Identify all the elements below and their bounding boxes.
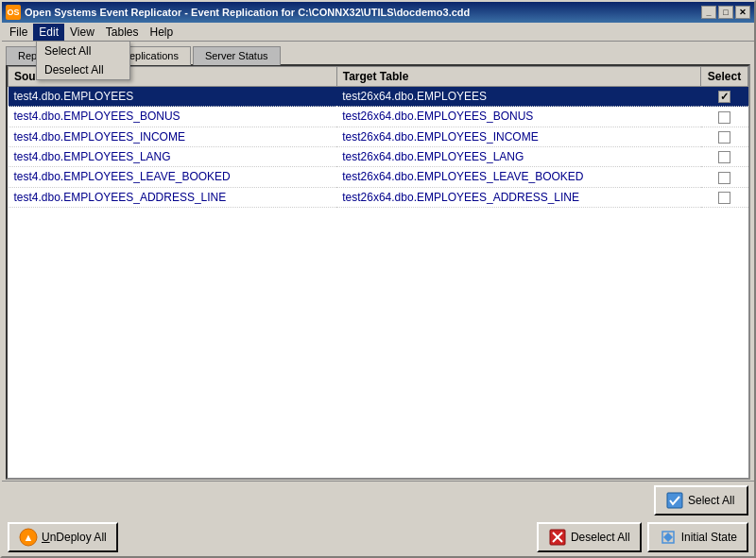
initial-state-button[interactable]: Initial State bbox=[647, 522, 748, 552]
table-row[interactable]: test4.dbo.EMPLOYEES_LANGtest26x64.dbo.EM… bbox=[9, 146, 748, 166]
initial-state-icon bbox=[659, 528, 678, 547]
select-all-button[interactable]: Select All bbox=[654, 485, 748, 516]
menu-tables[interactable]: Tables bbox=[100, 24, 145, 41]
main-window: OS Open Systems Event Replicator - Event… bbox=[0, 0, 756, 558]
app-icon: OS bbox=[6, 5, 21, 20]
bottom-row-bottom: ▲ UnDeploy All Deselect All bbox=[8, 522, 748, 552]
select-checkbox[interactable] bbox=[718, 131, 730, 144]
select-checkbox-cell[interactable] bbox=[701, 167, 748, 187]
select-checkbox-cell[interactable] bbox=[701, 187, 748, 207]
target-table-cell: test26x64.dbo.EMPLOYEES_LANG bbox=[336, 146, 700, 166]
svg-text:▲: ▲ bbox=[24, 532, 34, 543]
bottom-row-top: Select All bbox=[8, 485, 748, 516]
window-title: Open Systems Event Replicator - Event Re… bbox=[25, 7, 470, 18]
menu-file[interactable]: File bbox=[4, 24, 33, 41]
table-row[interactable]: test4.dbo.EMPLOYEEStest26x64.dbo.EMPLOYE… bbox=[9, 87, 748, 107]
table-row[interactable]: test4.dbo.EMPLOYEES_ADDRESS_LINEtest26x6… bbox=[9, 187, 748, 207]
replications-table: Source Table Target Table Select test4.d… bbox=[8, 66, 748, 208]
menu-view[interactable]: View bbox=[64, 24, 100, 41]
target-table-cell: test26x64.dbo.EMPLOYEES bbox=[336, 87, 700, 107]
select-all-icon bbox=[665, 491, 684, 510]
content-area: Rep Undeployed Replications Server Statu… bbox=[2, 42, 754, 556]
select-checkbox-cell[interactable] bbox=[701, 87, 748, 107]
menu-select-all[interactable]: Select All bbox=[37, 42, 129, 60]
deselect-all-icon bbox=[548, 528, 567, 547]
replications-table-container: Source Table Target Table Select test4.d… bbox=[6, 64, 750, 480]
edit-dropdown: Select All Deselect All bbox=[36, 42, 130, 80]
title-bar-buttons: _ □ ✕ bbox=[701, 6, 750, 19]
select-checkbox-cell[interactable] bbox=[701, 107, 748, 127]
target-table-cell: test26x64.dbo.EMPLOYEES_LEAVE_BOOKED bbox=[336, 167, 700, 187]
svg-marker-7 bbox=[663, 533, 673, 542]
select-checkbox[interactable] bbox=[718, 172, 730, 184]
title-bar: OS Open Systems Event Replicator - Event… bbox=[2, 2, 754, 23]
source-table-cell: test4.dbo.EMPLOYEES bbox=[9, 87, 337, 107]
select-checkbox[interactable] bbox=[718, 91, 730, 103]
source-table-cell: test4.dbo.EMPLOYEES_LEAVE_BOOKED bbox=[9, 167, 337, 187]
deselect-all-label: Deselect All bbox=[571, 531, 630, 544]
initial-state-label: Initial State bbox=[681, 531, 737, 544]
table-row[interactable]: test4.dbo.EMPLOYEES_INCOMEtest26x64.dbo.… bbox=[9, 127, 748, 146]
tab-server-status[interactable]: Server Status bbox=[193, 46, 281, 65]
menu-bar: File Edit View Tables Help Select All De… bbox=[2, 23, 754, 42]
select-checkbox-cell[interactable] bbox=[701, 146, 748, 166]
source-table-cell: test4.dbo.EMPLOYEES_INCOME bbox=[9, 127, 337, 146]
select-checkbox[interactable] bbox=[718, 192, 730, 204]
bottom-right-group: Deselect All Initial State bbox=[537, 522, 748, 552]
menu-help[interactable]: Help bbox=[145, 24, 180, 41]
undeploy-icon: ▲ bbox=[19, 528, 38, 547]
source-table-cell: test4.dbo.EMPLOYEES_LANG bbox=[9, 146, 337, 166]
bottom-right-top: Select All bbox=[654, 485, 748, 516]
undeploy-all-label: UnDeploy All bbox=[42, 531, 107, 544]
select-all-label: Select All bbox=[688, 494, 734, 507]
minimize-button[interactable]: _ bbox=[701, 6, 716, 19]
source-table-cell: test4.dbo.EMPLOYEES_BONUS bbox=[9, 107, 337, 127]
maximize-button[interactable]: □ bbox=[718, 6, 733, 19]
menu-edit[interactable]: Edit bbox=[33, 24, 64, 41]
select-checkbox[interactable] bbox=[718, 111, 730, 124]
bottom-bar: Select All ▲ UnDeploy All bbox=[2, 481, 754, 556]
close-button[interactable]: ✕ bbox=[735, 6, 750, 19]
col-select: Select bbox=[701, 67, 748, 87]
undeploy-all-button[interactable]: ▲ UnDeploy All bbox=[8, 522, 118, 552]
target-table-cell: test26x64.dbo.EMPLOYEES_INCOME bbox=[336, 127, 700, 146]
target-table-cell: test26x64.dbo.EMPLOYEES_BONUS bbox=[336, 107, 700, 127]
target-table-cell: test26x64.dbo.EMPLOYEES_ADDRESS_LINE bbox=[336, 187, 700, 207]
table-row[interactable]: test4.dbo.EMPLOYEES_BONUStest26x64.dbo.E… bbox=[9, 107, 748, 127]
bottom-left-undeploy: ▲ UnDeploy All bbox=[8, 522, 118, 552]
title-bar-left: OS Open Systems Event Replicator - Event… bbox=[6, 5, 470, 20]
select-checkbox[interactable] bbox=[718, 151, 730, 163]
source-table-cell: test4.dbo.EMPLOYEES_ADDRESS_LINE bbox=[9, 187, 337, 207]
select-checkbox-cell[interactable] bbox=[701, 127, 748, 146]
menu-deselect-all[interactable]: Deselect All bbox=[37, 60, 129, 79]
deselect-all-button[interactable]: Deselect All bbox=[537, 522, 642, 552]
svg-rect-0 bbox=[667, 493, 682, 508]
col-target-table: Target Table bbox=[336, 67, 700, 87]
table-row[interactable]: test4.dbo.EMPLOYEES_LEAVE_BOOKEDtest26x6… bbox=[9, 167, 748, 187]
